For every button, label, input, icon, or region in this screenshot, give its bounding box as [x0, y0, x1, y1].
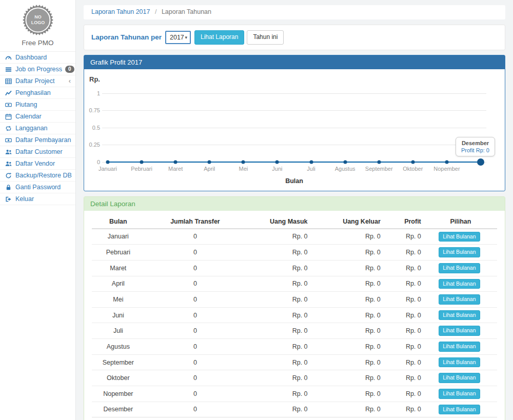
cell-pilihan: Lihat Bulanan	[424, 276, 497, 292]
year-select[interactable]: 2017 ▾	[165, 31, 191, 44]
tahun-ini-button[interactable]: Tahun ini	[247, 30, 284, 45]
table-row: Juni0Rp. 0Rp. 0Rp. 0Lihat Bulanan	[92, 307, 497, 323]
sidebar-item-label: Penghasilan	[15, 89, 51, 96]
table-icon	[5, 78, 12, 85]
users-icon	[5, 161, 12, 167]
cell-uang_keluar: Rp. 0	[311, 402, 384, 417]
sidebar-item-daftar-pembayaran[interactable]: Daftar Pembayaran	[0, 134, 75, 146]
chart-panel-heading: Grafik Profit 2017	[84, 55, 505, 69]
chart-point-pebruari[interactable]	[140, 160, 144, 164]
caret-down-icon: ▾	[185, 35, 187, 40]
chart-tooltip-title: Desember	[461, 140, 489, 146]
y-axis-label: 1	[87, 90, 100, 96]
column-header-bulan: Bulan	[92, 215, 145, 229]
x-axis-label: Juni	[272, 166, 282, 172]
lihat-bulanan-button[interactable]: Lihat Bulanan	[439, 405, 480, 415]
sidebar-item-label: Job on Progress	[15, 66, 62, 73]
cell-profit: Rp. 0	[384, 417, 424, 420]
y-axis-label: 0.5	[87, 125, 100, 131]
sidebar-item-daftar-vendor[interactable]: Daftar Vendor	[0, 158, 75, 170]
cell-uang_keluar: Rp. 0	[311, 292, 384, 308]
lihat-bulanan-button[interactable]: Lihat Bulanan	[439, 294, 480, 305]
breadcrumb-separator: /	[155, 8, 156, 15]
cell-jumlah_transfer: 0	[145, 339, 246, 355]
table-row: Juli0Rp. 0Rp. 0Rp. 0Lihat Bulanan	[92, 323, 497, 339]
table-row: Pebruari0Rp. 0Rp. 0Rp. 0Lihat Bulanan	[92, 245, 497, 261]
cell-profit: Rp. 0	[384, 260, 424, 276]
cell-jumlah_transfer: 0	[145, 370, 246, 386]
cell-jumlah_transfer: 0	[145, 417, 246, 420]
refresh-icon	[5, 172, 12, 179]
lihat-bulanan-button[interactable]: Lihat Bulanan	[439, 389, 480, 399]
lihat-bulanan-button[interactable]: Lihat Bulanan	[439, 342, 480, 352]
sidebar-item-label: Keluar	[15, 195, 34, 203]
lihat-bulanan-button[interactable]: Lihat Bulanan	[439, 263, 480, 273]
svg-text:NO: NO	[34, 14, 42, 19]
chart-point-maret[interactable]	[174, 160, 177, 164]
sidebar-item-ganti-password[interactable]: Ganti Password	[0, 182, 75, 193]
lihat-bulanan-button[interactable]: Lihat Bulanan	[439, 310, 480, 321]
calendar-icon	[5, 113, 12, 120]
sidebar-item-daftar-customer[interactable]: Daftar Customer	[0, 146, 75, 158]
cell-pilihan: Lihat Bulanan	[424, 245, 497, 261]
chart-point-mei[interactable]	[242, 160, 245, 164]
lihat-bulanan-button[interactable]: Lihat Bulanan	[439, 279, 480, 289]
sidebar-item-backup-restore-db[interactable]: Backup/Restore DB	[0, 170, 75, 182]
cell-bulan: Januari	[92, 229, 145, 245]
breadcrumb-link[interactable]: Laporan Tahun 2017	[91, 8, 150, 15]
detail-panel-body: BulanJumlah TransferUang MasukUang Kelua…	[84, 211, 505, 420]
cell-bulan: Juli	[92, 323, 145, 339]
table-total-row: Total0Rp. 0Rp. 0Rp. 0	[92, 417, 497, 420]
detail-panel-heading: Detail Laporan	[84, 197, 505, 211]
cell-uang_masuk: Rp. 0	[246, 339, 310, 355]
x-axis-label: Agustus	[335, 166, 356, 172]
cell-profit: Rp. 0	[384, 276, 424, 292]
cell-jumlah_transfer: 0	[145, 323, 246, 339]
lihat-bulanan-button[interactable]: Lihat Bulanan	[439, 247, 480, 257]
count-badge: 0	[65, 66, 74, 73]
cell-pilihan: Lihat Bulanan	[424, 402, 497, 417]
chart-point-april[interactable]	[208, 160, 211, 164]
cell-jumlah_transfer: 0	[145, 292, 246, 308]
svg-text:LOGO: LOGO	[31, 20, 45, 25]
lihat-bulanan-button[interactable]: Lihat Bulanan	[439, 373, 480, 383]
lihat-bulanan-button[interactable]: Lihat Bulanan	[439, 357, 480, 368]
chart-point-desember[interactable]	[477, 158, 484, 166]
y-axis-label: 0.25	[87, 142, 100, 148]
chart-point-juli[interactable]	[309, 160, 313, 164]
brand: NO LOGO Free PMO	[0, 0, 75, 52]
table-row: Januari0Rp. 0Rp. 0Rp. 0Lihat Bulanan	[92, 229, 497, 245]
chart-point-nopember[interactable]	[445, 160, 448, 164]
chart-point-oktober[interactable]	[411, 160, 415, 164]
chart-point-agustus[interactable]	[343, 160, 347, 164]
cell-uang_masuk: Rp. 0	[246, 292, 310, 308]
cell-uang_keluar: Rp. 0	[311, 417, 384, 420]
main-content: Laporan Tahun 2017 / Laporan Tahunan Lap…	[76, 0, 513, 420]
chart-point-september[interactable]	[377, 160, 381, 164]
sidebar-item-label: Calendar	[15, 113, 42, 120]
x-axis-label: Nopember	[433, 166, 460, 172]
table-row: September0Rp. 0Rp. 0Rp. 0Lihat Bulanan	[92, 354, 497, 370]
chart-point-januari[interactable]	[106, 160, 109, 164]
cell-uang_masuk: Rp. 0	[246, 260, 310, 276]
sidebar-item-piutang[interactable]: Piutang	[0, 99, 75, 111]
sidebar-item-keluar[interactable]: Keluar	[0, 193, 75, 205]
chart-point-juni[interactable]	[275, 160, 279, 164]
lihat-bulanan-button[interactable]: Lihat Bulanan	[439, 326, 480, 336]
cell-jumlah_transfer: 0	[145, 276, 246, 292]
sidebar-item-job-on-progress[interactable]: Job on Progress0	[0, 64, 75, 75]
lihat-bulanan-button[interactable]: Lihat Bulanan	[439, 232, 480, 242]
cell-bulan: Mei	[92, 292, 145, 308]
cell-uang_masuk: Rp. 0	[246, 245, 310, 261]
sidebar-item-penghasilan[interactable]: Penghasilan	[0, 87, 75, 99]
table-header-row: BulanJumlah TransferUang MasukUang Kelua…	[92, 215, 497, 229]
sidebar: NO LOGO Free PMO DashboardJob on Progres…	[0, 0, 76, 420]
cell-pilihan: Lihat Bulanan	[424, 339, 497, 355]
sidebar-item-langganan[interactable]: Langganan	[0, 123, 75, 134]
sidebar-item-dashboard[interactable]: Dashboard	[0, 52, 75, 64]
sidebar-item-daftar-project[interactable]: Daftar Project‹	[0, 75, 75, 87]
sidebar-item-calendar[interactable]: Calendar	[0, 111, 75, 123]
table-row: April0Rp. 0Rp. 0Rp. 0Lihat Bulanan	[92, 276, 497, 292]
lihat-laporan-button[interactable]: Lihat Laporan	[194, 30, 244, 45]
cell-profit: Rp. 0	[384, 339, 424, 355]
